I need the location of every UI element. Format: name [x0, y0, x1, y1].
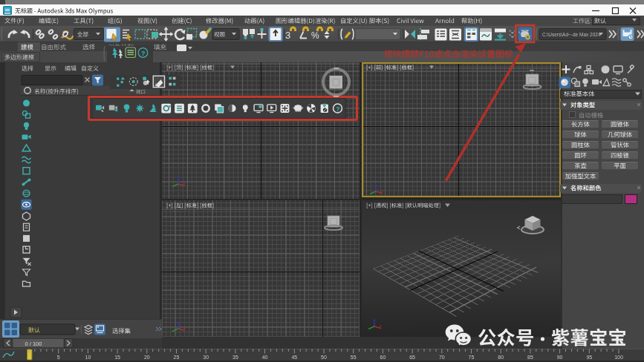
svg-text:?: ? — [141, 50, 146, 57]
